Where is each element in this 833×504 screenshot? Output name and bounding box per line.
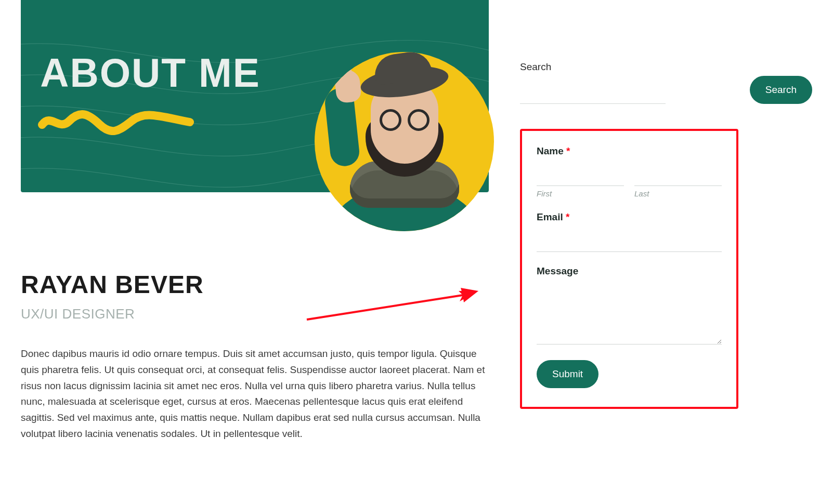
search-label: Search <box>520 61 741 73</box>
profile-bio: Donec dapibus mauris id odio ornare temp… <box>21 346 489 442</box>
submit-button[interactable]: Submit <box>537 360 598 388</box>
profile-name: RAYAN BEVER <box>21 270 489 299</box>
email-input[interactable] <box>537 228 722 252</box>
about-hero: ABOUT ME <box>21 0 489 192</box>
message-textarea[interactable] <box>537 282 722 344</box>
name-label: Name * <box>537 145 722 157</box>
last-name-sublabel: Last <box>634 189 722 198</box>
search-button[interactable]: Search <box>750 76 812 104</box>
profile-portrait <box>315 52 494 231</box>
contact-form: Name * First Last Email * <box>520 129 738 409</box>
message-label: Message <box>537 266 722 277</box>
email-label: Email * <box>537 211 722 223</box>
profile-role: UX/UI DESIGNER <box>21 306 489 322</box>
last-name-input[interactable] <box>634 162 722 186</box>
search-input[interactable] <box>520 87 666 104</box>
first-name-sublabel: First <box>537 189 624 198</box>
search-widget: Search Search <box>520 61 812 104</box>
first-name-input[interactable] <box>537 162 624 186</box>
hero-title: ABOUT ME <box>40 49 260 97</box>
underline-squiggle-icon <box>38 107 194 135</box>
